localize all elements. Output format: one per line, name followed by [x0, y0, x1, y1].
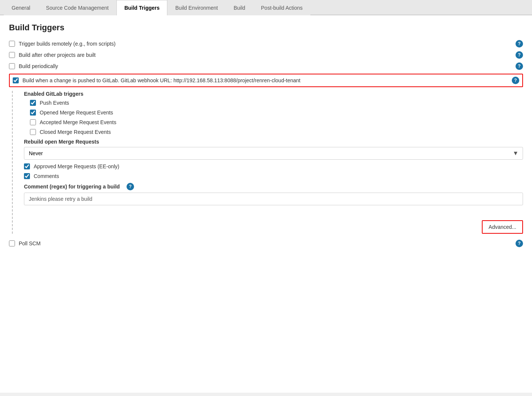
trigger-row-gitlab: Build when a change is pushed to GitLab.… [9, 74, 523, 87]
gitlab-section: Enabled GitLab triggers Push Events Open… [12, 91, 523, 234]
help-icon-remote[interactable]: ? [516, 40, 523, 47]
trigger-row-periodic: Build periodically ? [9, 62, 523, 70]
help-icon-after[interactable]: ? [516, 51, 523, 59]
trigger-row-remote: Trigger builds remotely (e.g., from scri… [9, 40, 523, 47]
trigger-periodic-checkbox[interactable] [9, 63, 15, 69]
push-events-label: Push Events [40, 100, 69, 106]
trigger-row-after: Build after other projects are built ? [9, 51, 523, 59]
sub-row-push: Push Events [24, 100, 523, 106]
help-icon-comment[interactable]: ? [127, 183, 134, 190]
poll-scm-checkbox[interactable] [9, 240, 15, 246]
sub-row-approved-merge: Approved Merge Requests (EE-only) [24, 163, 523, 169]
trigger-after-checkbox[interactable] [9, 52, 15, 58]
tab-build-triggers[interactable]: Build Triggers [116, 0, 167, 15]
closed-merge-label: Closed Merge Request Events [40, 129, 111, 135]
comments-label: Comments [34, 173, 59, 179]
poll-scm-label: Poll SCM [19, 240, 512, 246]
comment-regex-input[interactable] [24, 193, 523, 205]
rebuild-dropdown-wrapper: Never On push to source branch On push t… [24, 147, 523, 160]
opened-merge-label: Opened Merge Request Events [40, 110, 113, 116]
rebuild-select[interactable]: Never On push to source branch On push t… [24, 147, 523, 160]
approved-merge-label: Approved Merge Requests (EE-only) [34, 163, 119, 169]
comments-checkbox[interactable] [24, 173, 30, 179]
trigger-remote-label: Trigger builds remotely (e.g., from scri… [19, 41, 512, 47]
sub-row-opened-merge: Opened Merge Request Events [24, 110, 523, 116]
sub-row-closed-merge: Closed Merge Request Events [24, 129, 523, 135]
accepted-merge-checkbox[interactable] [30, 119, 36, 125]
trigger-remote-checkbox[interactable] [9, 41, 15, 47]
tab-build-environment[interactable]: Build Environment [167, 0, 226, 15]
tab-general[interactable]: General [4, 0, 38, 15]
trigger-row-poll-scm: Poll SCM ? [9, 240, 523, 247]
help-icon-periodic[interactable]: ? [516, 62, 523, 70]
trigger-gitlab-label: Build when a change is pushed to GitLab.… [22, 77, 508, 83]
rebuild-label: Rebuild open Merge Requests [24, 139, 523, 145]
sub-row-accepted-merge: Accepted Merge Request Events [24, 119, 523, 125]
trigger-gitlab-checkbox[interactable] [13, 77, 19, 83]
advanced-button[interactable]: Advanced... [482, 220, 523, 234]
trigger-periodic-label: Build periodically [19, 63, 512, 69]
tabs-bar: General Source Code Management Build Tri… [0, 0, 532, 15]
help-icon-poll-scm[interactable]: ? [516, 240, 523, 247]
accepted-merge-label: Accepted Merge Request Events [40, 119, 116, 125]
tab-post-build[interactable]: Post-build Actions [253, 0, 310, 15]
tab-source-code[interactable]: Source Code Management [38, 0, 116, 15]
closed-merge-checkbox[interactable] [30, 129, 36, 135]
tab-build[interactable]: Build [226, 0, 253, 15]
trigger-after-label: Build after other projects are built [19, 52, 512, 58]
comment-section: Comment (regex) for triggering a build ? [24, 183, 523, 205]
section-title: Build Triggers [9, 23, 523, 33]
enabled-gitlab-triggers-label: Enabled GitLab triggers [24, 91, 523, 97]
approved-merge-checkbox[interactable] [24, 163, 30, 169]
sub-row-comments: Comments [24, 173, 523, 179]
help-icon-gitlab[interactable]: ? [512, 77, 519, 84]
opened-merge-checkbox[interactable] [30, 110, 36, 116]
push-events-checkbox[interactable] [30, 100, 36, 106]
comment-label: Comment (regex) for triggering a build ? [24, 183, 523, 190]
